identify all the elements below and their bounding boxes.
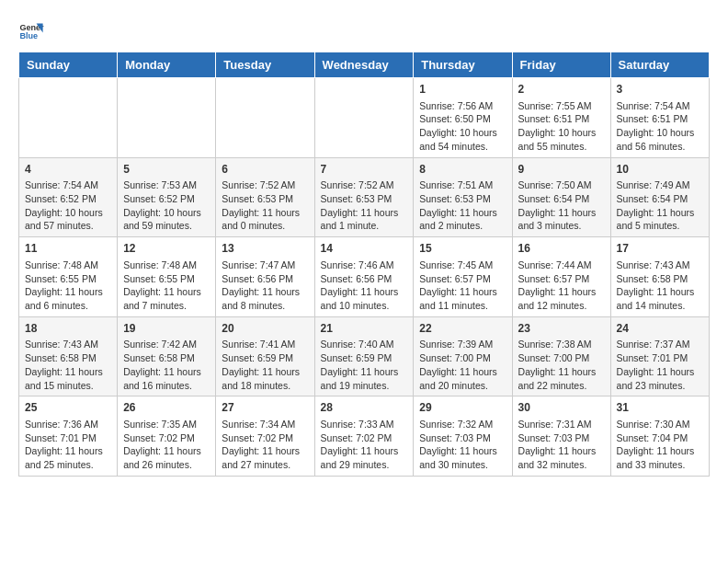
calendar-cell-week3-day2: 12Sunrise: 7:48 AMSunset: 6:55 PMDayligh… (118, 237, 216, 317)
day-number: 25 (25, 400, 111, 416)
day-info: Daylight: 11 hours (419, 444, 506, 458)
calendar-cell-week2-day6: 9Sunrise: 7:50 AMSunset: 6:54 PMDaylight… (512, 157, 610, 237)
day-info: Daylight: 11 hours (617, 444, 703, 458)
day-info: Daylight: 10 hours (518, 126, 605, 140)
day-info: and 27 minutes. (222, 458, 308, 472)
day-info: Sunrise: 7:43 AM (25, 338, 111, 351)
calendar-week-3: 11Sunrise: 7:48 AMSunset: 6:55 PMDayligh… (19, 237, 710, 317)
calendar-cell-week2-day1: 4Sunrise: 7:54 AMSunset: 6:52 PMDaylight… (19, 157, 118, 237)
calendar-week-4: 18Sunrise: 7:43 AMSunset: 6:58 PMDayligh… (19, 316, 710, 396)
calendar-cell-week4-day3: 20Sunrise: 7:41 AMSunset: 6:59 PMDayligh… (216, 316, 314, 396)
day-info: Sunrise: 7:56 AM (419, 99, 506, 113)
calendar-week-5: 25Sunrise: 7:36 AMSunset: 7:01 PMDayligh… (19, 396, 710, 477)
day-number: 14 (321, 241, 408, 257)
day-info: Sunset: 6:51 PM (617, 112, 703, 126)
day-info: and 11 minutes. (419, 299, 506, 313)
day-info: and 55 minutes. (518, 140, 605, 154)
day-info: Sunset: 6:52 PM (25, 192, 111, 206)
day-info: Sunrise: 7:51 AM (419, 178, 506, 192)
day-info: Sunrise: 7:53 AM (123, 178, 210, 192)
day-info: Daylight: 11 hours (518, 365, 605, 379)
day-number: 22 (419, 321, 506, 337)
day-number: 31 (617, 400, 703, 416)
day-info: and 3 minutes. (518, 219, 605, 233)
calendar-cell-week2-day7: 10Sunrise: 7:49 AMSunset: 6:54 PMDayligh… (610, 157, 709, 237)
day-info: Sunset: 6:55 PM (123, 272, 210, 286)
day-number: 2 (518, 82, 605, 98)
calendar-cell-week2-day5: 8Sunrise: 7:51 AMSunset: 6:53 PMDaylight… (414, 157, 512, 237)
day-info: Sunset: 6:58 PM (25, 351, 111, 365)
weekday-header-wednesday: Wednesday (314, 52, 414, 78)
day-info: Sunset: 7:03 PM (419, 431, 506, 445)
day-info: Sunrise: 7:48 AM (25, 259, 111, 272)
day-info: Sunset: 6:57 PM (419, 272, 506, 286)
day-info: Sunrise: 7:35 AM (123, 418, 210, 431)
day-info: and 7 minutes. (123, 299, 210, 313)
day-info: Sunrise: 7:54 AM (25, 178, 111, 192)
day-info: and 16 minutes. (123, 379, 210, 393)
day-info: Daylight: 11 hours (617, 285, 703, 299)
day-info: Sunset: 6:58 PM (617, 272, 703, 286)
day-info: and 26 minutes. (123, 458, 210, 472)
day-info: Sunrise: 7:46 AM (321, 259, 408, 272)
day-info: and 18 minutes. (222, 379, 308, 393)
calendar-cell-week2-day3: 6Sunrise: 7:52 AMSunset: 6:53 PMDaylight… (216, 157, 314, 237)
calendar-cell-week4-day7: 24Sunrise: 7:37 AMSunset: 7:01 PMDayligh… (610, 316, 709, 396)
day-info: Daylight: 11 hours (321, 444, 408, 458)
day-info: Sunset: 7:00 PM (419, 351, 506, 365)
day-info: and 22 minutes. (518, 379, 605, 393)
day-number: 29 (419, 400, 506, 416)
day-info: Sunrise: 7:32 AM (419, 418, 506, 431)
day-info: Sunrise: 7:30 AM (617, 418, 703, 431)
day-info: Daylight: 10 hours (419, 126, 506, 140)
day-info: and 56 minutes. (617, 140, 703, 154)
day-info: and 15 minutes. (25, 379, 111, 393)
day-number: 13 (222, 241, 308, 257)
day-info: Sunset: 7:02 PM (222, 431, 308, 445)
day-number: 24 (617, 321, 703, 337)
day-info: Sunrise: 7:55 AM (518, 99, 605, 113)
day-number: 27 (222, 400, 308, 416)
day-number: 23 (518, 321, 605, 337)
day-info: Sunrise: 7:52 AM (321, 178, 408, 192)
day-number: 17 (617, 241, 703, 257)
day-info: Sunset: 7:00 PM (518, 351, 605, 365)
day-info: Daylight: 11 hours (123, 365, 210, 379)
day-number: 4 (25, 162, 111, 178)
day-number: 16 (518, 241, 605, 257)
calendar-cell-week3-day3: 13Sunrise: 7:47 AMSunset: 6:56 PMDayligh… (216, 237, 314, 317)
day-info: and 57 minutes. (25, 219, 111, 233)
calendar-cell-week3-day5: 15Sunrise: 7:45 AMSunset: 6:57 PMDayligh… (414, 237, 512, 317)
day-info: Sunrise: 7:37 AM (617, 338, 703, 351)
day-info: Sunset: 6:54 PM (617, 192, 703, 206)
day-info: Daylight: 11 hours (25, 365, 111, 379)
day-info: and 0 minutes. (222, 219, 308, 233)
day-number: 5 (123, 162, 210, 178)
day-info: Daylight: 11 hours (617, 206, 703, 220)
day-info: Sunset: 7:02 PM (123, 431, 210, 445)
day-info: and 59 minutes. (123, 219, 210, 233)
day-info: Daylight: 10 hours (25, 206, 111, 220)
day-info: Sunset: 7:01 PM (617, 351, 703, 365)
day-info: Sunset: 6:56 PM (321, 272, 408, 286)
calendar-cell-week5-day3: 27Sunrise: 7:34 AMSunset: 7:02 PMDayligh… (216, 396, 314, 477)
day-info: Daylight: 11 hours (518, 285, 605, 299)
calendar-cell-week1-day6: 2Sunrise: 7:55 AMSunset: 6:51 PMDaylight… (512, 78, 610, 158)
day-info: Daylight: 11 hours (321, 206, 408, 220)
weekday-header-sunday: Sunday (19, 52, 118, 78)
day-info: Sunrise: 7:41 AM (222, 338, 308, 351)
weekday-header-monday: Monday (118, 52, 216, 78)
day-info: Daylight: 11 hours (617, 365, 703, 379)
day-info: Sunrise: 7:43 AM (617, 259, 703, 272)
day-info: and 14 minutes. (617, 299, 703, 313)
day-info: Sunset: 6:52 PM (123, 192, 210, 206)
day-number: 19 (123, 321, 210, 337)
day-number: 3 (617, 82, 703, 98)
day-number: 11 (25, 241, 111, 257)
day-info: Sunset: 6:58 PM (123, 351, 210, 365)
day-info: Daylight: 11 hours (25, 444, 111, 458)
day-info: and 33 minutes. (617, 458, 703, 472)
calendar-cell-week5-day6: 30Sunrise: 7:31 AMSunset: 7:03 PMDayligh… (512, 396, 610, 477)
day-info: Sunrise: 7:47 AM (222, 259, 308, 272)
day-info: Sunset: 7:01 PM (25, 431, 111, 445)
